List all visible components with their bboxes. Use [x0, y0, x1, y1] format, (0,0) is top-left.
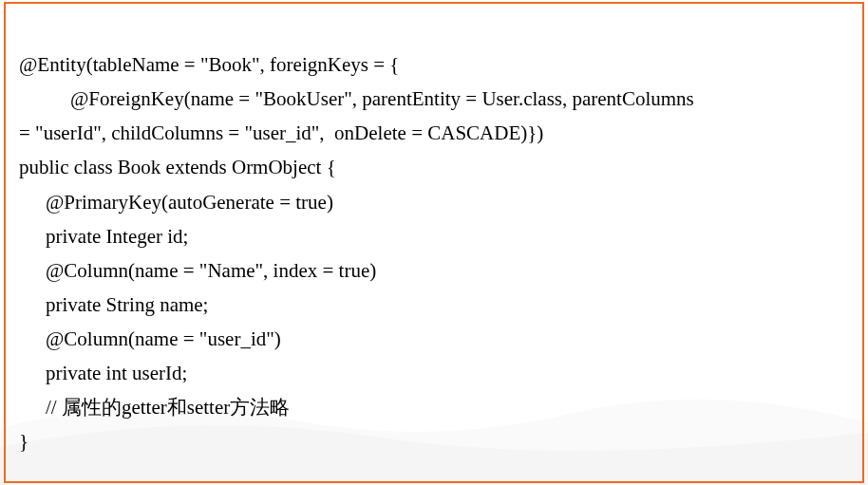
code-block: @Entity(tableName = "Book", foreignKeys …: [19, 13, 849, 485]
code-line: @PrimaryKey(autoGenerate = true): [19, 185, 849, 219]
code-line: @ForeignKey(name = "BookUser", parentEnt…: [19, 82, 849, 116]
code-line: private Integer id;: [19, 219, 849, 253]
code-line: // 属性的getter和setter方法略: [19, 390, 849, 424]
code-line: @Column(name = "user_id"): [19, 322, 849, 356]
code-line: @Column(name = "Name", index = true): [19, 253, 849, 288]
code-line: = "userId", childColumns = "user_id", on…: [19, 116, 849, 150]
code-container: @Entity(tableName = "Book", foreignKeys …: [4, 2, 864, 483]
code-line: private String name;: [19, 288, 849, 322]
code-line: }: [19, 424, 849, 458]
code-line: private int userId;: [19, 356, 849, 390]
code-line: public class Book extends OrmObject {: [19, 150, 849, 184]
code-line: @Entity(tableName = "Book", foreignKeys …: [19, 47, 849, 82]
